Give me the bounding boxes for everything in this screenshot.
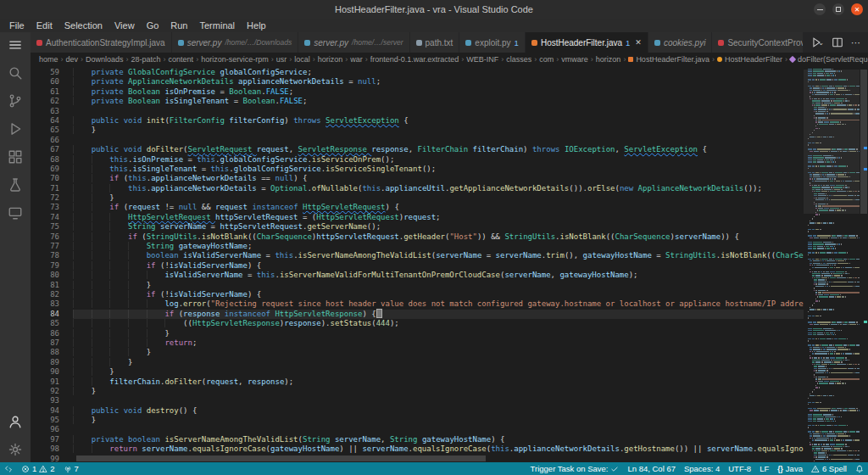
- breadcrumb-item-classes[interactable]: classes: [506, 55, 531, 64]
- split-editor-button[interactable]: [832, 36, 843, 48]
- code-line: }: [73, 329, 804, 338]
- activity-search-button[interactable]: [8, 65, 23, 81]
- activity-remote-explorer-button[interactable]: [8, 205, 23, 221]
- spell-indicator[interactable]: 6 Spell: [807, 462, 851, 475]
- ports-indicator[interactable]: 7: [59, 462, 83, 475]
- breadcrumb-item-downloads[interactable]: Downloads: [86, 55, 124, 64]
- code-line: }: [73, 348, 804, 357]
- close-button[interactable]: ✕: [851, 3, 863, 15]
- breadcrumb-item-com[interactable]: com: [539, 55, 554, 64]
- indentation-indicator[interactable]: Spaces: 4: [680, 462, 724, 475]
- minimap-line: [806, 377, 860, 377]
- indent-guides: [73, 213, 128, 221]
- code-token: isServerNameAmongTheValidList: [164, 435, 298, 444]
- breadcrumb-item-frontend-0-1-war-extracted[interactable]: frontend-0.1.war.extracted: [370, 55, 459, 64]
- encoding-indicator[interactable]: UTF-8: [724, 462, 755, 475]
- code-line: if (!isValidServerName) {: [73, 290, 804, 299]
- code-token: destroy: [147, 406, 179, 415]
- tab-exploit-py[interactable]: exploit.py1: [459, 32, 526, 53]
- more-actions-button[interactable]: ⋯: [851, 37, 860, 48]
- code-line: this.applianceNetworkDetails = Optional.…: [73, 184, 804, 193]
- line-number: 79: [31, 261, 73, 271]
- vertical-scrollbar[interactable]: [860, 66, 868, 462]
- activity-account-button[interactable]: [8, 414, 23, 429]
- breadcrumb-item-dev[interactable]: dev: [66, 55, 79, 64]
- code-token: }: [109, 193, 114, 202]
- minimap-line: [806, 279, 860, 280]
- breadcrumb-item-home[interactable]: home: [39, 55, 58, 64]
- code-token: httpServletRequest: [220, 222, 303, 231]
- close-tab-button[interactable]: ✕: [635, 38, 642, 47]
- horizontal-scrollbar[interactable]: [73, 455, 804, 462]
- breadcrumb-item-horizon[interactable]: horizon: [318, 55, 343, 64]
- tab-hostheaderfilter-java[interactable]: HostHeaderFilter.java1✕: [526, 32, 648, 53]
- maximize-button[interactable]: [832, 3, 844, 15]
- activity-testing-button[interactable]: [8, 177, 23, 193]
- code-line: this.isSingleTenant = this.globalConfigS…: [73, 165, 804, 174]
- code-area[interactable]: private GlobalConfigService globalConfig…: [73, 66, 804, 462]
- problems-indicator[interactable]: 1 2: [17, 462, 59, 475]
- activity-run-debug-button[interactable]: [8, 121, 23, 137]
- indent-guides: [73, 222, 128, 231]
- breadcrumb-separator-icon: ›: [461, 55, 464, 64]
- tab-cookies-pyi[interactable]: cookies.pyi: [648, 32, 712, 53]
- menu-edit[interactable]: Edit: [31, 20, 58, 31]
- horizontal-scrollbar-thumb[interactable]: [76, 455, 486, 461]
- breadcrumb-item-horizon[interactable]: horizon: [596, 55, 621, 64]
- code-token: applianceNetworkDetails: [151, 174, 261, 182]
- class-symbol-icon: [717, 57, 722, 62]
- breadcrumb-item-hostheaderfilter-java[interactable]: HostHeaderFilter.java: [628, 55, 709, 64]
- run-button[interactable]: ⌄: [810, 36, 824, 48]
- tab-server-py[interactable]: server.py/home/…/server: [298, 32, 409, 53]
- activity-settings-button[interactable]: [8, 442, 23, 457]
- code-token: response: [183, 310, 225, 318]
- breadcrumb-item-content[interactable]: content: [169, 55, 194, 64]
- remote-indicator[interactable]: [0, 462, 17, 475]
- breadcrumb-item-local[interactable]: local: [294, 55, 310, 64]
- activity-menu-button[interactable]: [8, 37, 23, 53]
- tab-path-txt[interactable]: path.txt: [410, 32, 460, 53]
- breadcrumb-item-web-inf[interactable]: WEB-INF: [466, 55, 498, 64]
- tab-authenticationstrategyimpl-java[interactable]: AuthenticationStrategyImpl.java: [31, 32, 172, 53]
- radio-tower-icon: [64, 465, 72, 473]
- menu-help[interactable]: Help: [241, 20, 272, 31]
- breadcrumb-item-28-patch[interactable]: 28-patch: [131, 55, 161, 64]
- menu-selection[interactable]: Selection: [58, 20, 108, 31]
- minimap[interactable]: [804, 66, 860, 462]
- vertical-scrollbar-thumb[interactable]: [860, 70, 867, 214]
- breadcrumb-item-usr[interactable]: usr: [276, 55, 287, 64]
- breadcrumb-item-dofilter-servletrequest-servle[interactable]: doFilter(ServletRequest, ServletResponse…: [790, 55, 868, 64]
- line-number: 78: [31, 251, 73, 260]
- menu-file[interactable]: File: [3, 20, 31, 31]
- code-token: FALSE: [266, 87, 289, 96]
- java-file-icon: [36, 40, 42, 46]
- tab-server-py[interactable]: server.py/home/…/Downloads: [172, 32, 299, 53]
- minimap-slider[interactable]: [804, 70, 860, 214]
- menu-view[interactable]: View: [108, 20, 141, 31]
- tab-securitycontextprovidingfilter-java[interactable]: SecurityContextProvidingFilter.java: [712, 32, 803, 53]
- indent-guides: [73, 271, 164, 279]
- language-indicator[interactable]: {} Java: [773, 462, 807, 475]
- gutter[interactable]: 5960616263646566676869707172737475767778…: [31, 66, 73, 462]
- breadcrumb-item-hostheaderfilter[interactable]: HostHeaderFilter: [717, 55, 782, 64]
- minimize-button[interactable]: [814, 3, 826, 15]
- code-line: }: [73, 387, 804, 396]
- python-file-icon: [654, 40, 660, 46]
- breadcrumb-item-horizon-service-rpm[interactable]: horizon-service-rpm: [201, 55, 269, 64]
- breadcrumb-item-vmware[interactable]: vmware: [561, 55, 588, 64]
- notifications-button[interactable]: [851, 462, 868, 475]
- activity-source-control-button[interactable]: [8, 93, 23, 109]
- cursor-position-indicator[interactable]: Ln 84, Col 67: [623, 462, 680, 475]
- minimap-line: [806, 338, 860, 339]
- trigger-task-indicator[interactable]: Trigger Task on Save:: [526, 462, 624, 475]
- menu-run[interactable]: Run: [164, 20, 193, 31]
- breadcrumb-item-war[interactable]: war: [350, 55, 363, 64]
- activity-extensions-button[interactable]: [8, 149, 23, 165]
- code-line: [73, 396, 804, 405]
- eol-indicator[interactable]: LF: [755, 462, 773, 475]
- code-token: HttpServletResponse: [275, 310, 362, 318]
- code-token: =: [261, 184, 270, 193]
- breadcrumb-separator-icon: ›: [712, 55, 715, 64]
- menu-terminal[interactable]: Terminal: [194, 20, 242, 31]
- menu-go[interactable]: Go: [141, 20, 165, 31]
